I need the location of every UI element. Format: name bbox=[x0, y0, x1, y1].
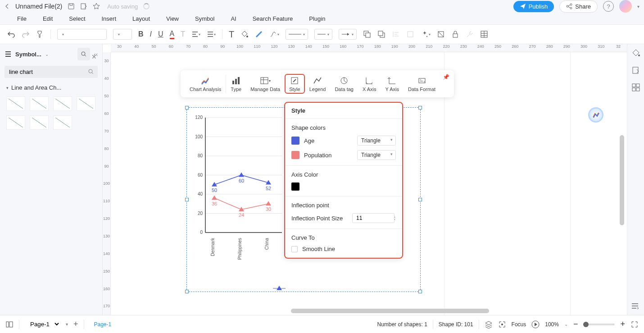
group-button[interactable] bbox=[406, 30, 414, 38]
zoom-dropdown[interactable]: ⌄ bbox=[564, 322, 568, 327]
ct-data-format[interactable]: Data Format bbox=[404, 74, 440, 94]
arrow-style-select[interactable]: ▾ bbox=[339, 29, 357, 40]
page-dropdown-icon[interactable]: ▾ bbox=[66, 322, 68, 327]
shape-thumb[interactable] bbox=[53, 96, 72, 111]
ct-y-axis[interactable]: Y Axis bbox=[381, 74, 404, 94]
shape-thumb[interactable] bbox=[77, 96, 95, 111]
floating-menu-button[interactable] bbox=[630, 301, 639, 310]
menu-ai[interactable]: AI bbox=[222, 14, 244, 24]
line-style-select[interactable]: ▾ bbox=[286, 29, 308, 40]
font-size-select[interactable]: ▾ bbox=[113, 29, 132, 40]
shape-thumb[interactable] bbox=[53, 115, 72, 130]
ct-type[interactable]: Type bbox=[226, 74, 246, 94]
menu-insert[interactable]: Insert bbox=[94, 14, 125, 24]
menu-view[interactable]: View bbox=[158, 14, 187, 24]
lock-button[interactable] bbox=[451, 30, 459, 38]
font-family-select[interactable]: ▾ bbox=[57, 29, 107, 40]
pin-icon[interactable]: 📌 bbox=[443, 74, 449, 80]
redo-button[interactable] bbox=[22, 30, 30, 38]
page-select[interactable]: Page-1 bbox=[25, 319, 60, 330]
ai-assistant-badge[interactable] bbox=[588, 107, 603, 123]
marker-select-population[interactable]: Triangle bbox=[357, 150, 396, 160]
menu-select[interactable]: Select bbox=[61, 14, 93, 24]
avatar[interactable] bbox=[619, 0, 632, 13]
fill-button[interactable] bbox=[240, 30, 249, 38]
shape-thumb[interactable] bbox=[6, 96, 25, 111]
marker-select-age[interactable]: Triangle bbox=[357, 136, 396, 146]
back-arrow[interactable] bbox=[5, 4, 10, 9]
tools-button[interactable] bbox=[466, 30, 474, 38]
series-color-age[interactable] bbox=[291, 137, 299, 145]
layers-button[interactable] bbox=[485, 320, 493, 328]
italic-button[interactable]: I bbox=[150, 30, 152, 38]
underline-button[interactable]: U bbox=[158, 30, 163, 38]
text-tool-button[interactable]: T bbox=[229, 29, 234, 40]
align-v-button[interactable]: ▾ bbox=[207, 31, 216, 38]
smooth-checkbox[interactable] bbox=[291, 246, 298, 252]
focus-label[interactable]: Focus bbox=[512, 321, 526, 328]
sidebar-search-button[interactable] bbox=[77, 48, 90, 60]
menu-edit[interactable]: Edit bbox=[35, 14, 61, 24]
send-back-button[interactable] bbox=[377, 30, 385, 38]
save-icon[interactable] bbox=[68, 3, 75, 10]
ct-legend[interactable]: Legend bbox=[305, 74, 331, 94]
zoom-slider[interactable] bbox=[583, 324, 615, 325]
menu-search-feature[interactable]: Search Feature bbox=[245, 14, 301, 24]
vertical-scrollbar[interactable] bbox=[620, 135, 624, 225]
search-input[interactable] bbox=[5, 66, 98, 78]
bold-button[interactable]: B bbox=[138, 30, 144, 38]
shape-thumb[interactable] bbox=[30, 115, 49, 130]
font-color-button[interactable]: A bbox=[170, 30, 175, 39]
axis-color-swatch[interactable] bbox=[291, 182, 299, 191]
fill-panel-button[interactable] bbox=[631, 49, 640, 58]
ct-x-axis[interactable]: X Axis bbox=[358, 74, 381, 94]
align-button[interactable] bbox=[392, 30, 400, 38]
play-button[interactable] bbox=[531, 320, 540, 328]
menu-plugin[interactable]: Plugin bbox=[301, 14, 333, 24]
canvas-area[interactable]: 3040506070809010011012013014015016017018… bbox=[103, 44, 627, 315]
zoom-in-button[interactable]: + bbox=[620, 319, 625, 329]
series-color-population[interactable] bbox=[291, 151, 299, 159]
undo-button[interactable] bbox=[7, 30, 15, 38]
align-h-button[interactable]: ▾ bbox=[191, 31, 200, 38]
zoom-out-button[interactable]: − bbox=[573, 319, 578, 329]
connector-button[interactable]: ▾ bbox=[269, 30, 279, 38]
format-painter-button[interactable] bbox=[36, 30, 44, 38]
library-dropdown[interactable]: ⌄ bbox=[45, 52, 49, 57]
horizontal-scrollbar[interactable] bbox=[291, 309, 489, 313]
ct-chart-analysis[interactable]: Chart Analysis bbox=[185, 74, 226, 94]
zoom-label[interactable]: 100% bbox=[545, 321, 559, 328]
filename[interactable]: Unnamed File(2) bbox=[15, 3, 62, 10]
library-icon[interactable] bbox=[5, 50, 12, 58]
add-page-button[interactable]: + bbox=[73, 319, 78, 329]
edit-icon[interactable] bbox=[80, 3, 87, 10]
fullscreen-button[interactable] bbox=[630, 320, 639, 328]
page-layout-button[interactable] bbox=[5, 320, 14, 328]
category-row[interactable]: ▾ Line and Area Ch... bbox=[0, 80, 102, 94]
inflection-size-input[interactable] bbox=[352, 213, 395, 223]
text-style-button[interactable]: T bbox=[181, 30, 185, 38]
shape-thumb[interactable] bbox=[6, 115, 25, 130]
grid-panel-button[interactable] bbox=[631, 83, 640, 92]
ct-style[interactable]: Style bbox=[285, 74, 304, 94]
chart[interactable]: 020406080100120506052362430DenmarkPhilip… bbox=[190, 115, 284, 260]
crop-button[interactable] bbox=[437, 30, 445, 38]
menu-symbol[interactable]: Symbol bbox=[187, 14, 222, 24]
page-tab[interactable]: Page-1 bbox=[90, 319, 116, 329]
help-button[interactable]: ? bbox=[603, 1, 614, 12]
menu-file[interactable]: File bbox=[9, 14, 35, 24]
search-clear-button[interactable]: ✕ bbox=[91, 53, 97, 60]
shape-thumb[interactable] bbox=[30, 96, 49, 111]
bring-front-button[interactable] bbox=[363, 30, 371, 38]
avatar-dropdown[interactable]: ▾ bbox=[637, 4, 639, 9]
ct-manage-data[interactable]: ▾ Manage Data bbox=[246, 74, 285, 94]
menu-layout[interactable]: Layout bbox=[124, 14, 158, 24]
line-color-button[interactable] bbox=[255, 30, 263, 38]
effects-button[interactable]: ▾ bbox=[421, 30, 431, 38]
export-panel-button[interactable] bbox=[631, 66, 640, 75]
focus-icon[interactable] bbox=[498, 320, 506, 328]
ct-data-tag[interactable]: Data tag bbox=[330, 74, 358, 94]
line-weight-select[interactable]: ▾ bbox=[314, 29, 332, 40]
share-button[interactable]: Share bbox=[559, 0, 598, 13]
publish-button[interactable]: Publish bbox=[513, 1, 554, 12]
